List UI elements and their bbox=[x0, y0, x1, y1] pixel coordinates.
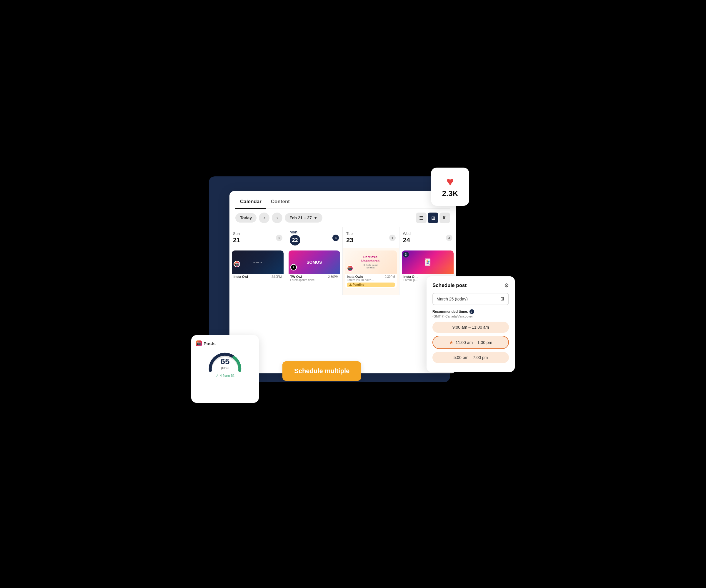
list-view-button[interactable]: ☰ bbox=[416, 213, 427, 223]
day-header-sun: Sun 21 1 bbox=[229, 227, 286, 248]
schedule-panel-title: Schedule post bbox=[432, 283, 467, 288]
post-desc-tue: Lorem ipsum dolre… bbox=[347, 279, 395, 282]
timezone-text: (GMT-7) Canada/Vancouver bbox=[432, 314, 509, 318]
day-number-sun: 21 bbox=[233, 237, 240, 244]
posts-widget: 📷 Posts 65 posts ↗ 4 from 61 bbox=[191, 335, 259, 403]
posts-widget-label: Posts bbox=[204, 341, 215, 346]
day-header-mon: Mon 22 3 bbox=[286, 227, 343, 248]
info-icon[interactable]: i bbox=[469, 309, 474, 314]
pending-badge: ⚠ Pending bbox=[347, 283, 395, 287]
post-info-mon: TW Owl 2:30PM Lorem ipsum dolre… bbox=[288, 274, 340, 283]
day-name-wed: Wed bbox=[403, 232, 411, 236]
heart-count: 2.3K bbox=[442, 189, 458, 198]
post-time-tue: 2:30PM bbox=[385, 275, 395, 279]
next-button[interactable]: › bbox=[272, 213, 282, 223]
calendar-cell-sun: SOMOS 📷 Insta Owl 2:30PM bbox=[229, 248, 286, 295]
gauge-container: 65 posts bbox=[206, 350, 244, 370]
schedule-multiple-button[interactable]: Schedule multiple bbox=[282, 361, 361, 381]
date-range-button[interactable]: Feb 21 – 27 ▼ bbox=[285, 213, 322, 222]
calendar-header: Calendar Content Today ‹ › Feb 21 – 27 ▼… bbox=[229, 191, 456, 223]
gear-icon[interactable]: ⚙ bbox=[504, 282, 509, 289]
date-input[interactable]: March 25 (today) 🗓 bbox=[432, 293, 509, 305]
post-card-tue-1[interactable]: Debt-free.Unbothered. It feels good.Be t… bbox=[345, 251, 397, 288]
calendar-cell-tue: Debt-free.Unbothered. It feels good.Be t… bbox=[343, 248, 399, 295]
day-header-wed: Wed 24 3 bbox=[399, 227, 456, 248]
twitter-overlay-mon: 𝕏 bbox=[290, 264, 297, 270]
main-calendar-card: Calendar Content Today ‹ › Feb 21 – 27 ▼… bbox=[229, 191, 456, 373]
post-title-tue: Insta Owls bbox=[347, 275, 363, 279]
heart-icon: ♥ bbox=[446, 175, 454, 188]
post-card-sun-1[interactable]: SOMOS 📷 Insta Owl 2:30PM bbox=[232, 251, 284, 280]
recommended-label: Recommended times i bbox=[432, 309, 509, 314]
prev-button[interactable]: ‹ bbox=[259, 213, 270, 223]
time-slot-0[interactable]: 9:00 am – 11:00 am bbox=[432, 322, 509, 333]
post-thumb-mon: SOMOS bbox=[288, 251, 340, 274]
day-badge-wed: 3 bbox=[446, 235, 453, 241]
tab-calendar[interactable]: Calendar bbox=[235, 196, 266, 209]
instagram-icon: 📷 bbox=[196, 340, 202, 346]
post-thumb-tue: Debt-free.Unbothered. It feels good.Be t… bbox=[345, 251, 397, 274]
post-desc-mon: Lorem ipsum dolre… bbox=[290, 279, 339, 282]
calendar-tabs: Calendar Content bbox=[235, 196, 450, 209]
day-name-tue: Tue bbox=[346, 232, 353, 236]
calendar-icon: 🗓 bbox=[500, 296, 505, 302]
calendar-day-headers: Sun 21 1 Mon 22 3 Tue 23 1 bbox=[229, 227, 456, 248]
time-slot-1[interactable]: ★ 11:00 am – 1:00 pm bbox=[432, 336, 509, 349]
three-badge-wed: 3 bbox=[403, 252, 409, 257]
instagram-overlay-sun: 📷 bbox=[234, 261, 240, 267]
post-time-mon: 2:30PM bbox=[328, 275, 338, 279]
view-buttons: ☰ ⊞ 🗓 bbox=[416, 213, 450, 223]
post-time-sun: 2:30PM bbox=[272, 275, 281, 279]
post-info-sun: Insta Owl 2:30PM bbox=[232, 274, 284, 280]
day-name-mon: Mon bbox=[290, 230, 300, 234]
gauge-sub: posts bbox=[221, 366, 229, 370]
posts-widget-header: 📷 Posts bbox=[196, 340, 215, 346]
post-title-sun: Insta Owl bbox=[234, 275, 248, 279]
day-number-tue: 23 bbox=[346, 237, 353, 244]
calendar-nav: Today ‹ › Feb 21 – 27 ▼ ☰ ⊞ 🗓 bbox=[235, 213, 450, 223]
post-thumb-wed: 🃏 bbox=[402, 251, 454, 274]
schedule-panel: Schedule post ⚙ March 25 (today) 🗓 Recom… bbox=[427, 276, 515, 372]
calendar-cells: SOMOS 📷 Insta Owl 2:30PM SOMOS bbox=[229, 248, 456, 295]
grid-view-button[interactable]: ⊞ bbox=[428, 213, 438, 223]
star-icon: ★ bbox=[449, 340, 453, 345]
post-title-wed: Insta O… bbox=[403, 275, 418, 279]
post-card-mon-1[interactable]: SOMOS 𝕏 TW Owl 2:30PM Lorem ipsum dolre… bbox=[288, 251, 340, 283]
instagram-overlay-tue: 📷 bbox=[347, 265, 353, 271]
day-header-tue: Tue 23 1 bbox=[343, 227, 399, 248]
cursor-hand: ☞ bbox=[336, 385, 346, 398]
gauge-number: 65 bbox=[220, 357, 229, 366]
day-name-sun: Sun bbox=[233, 232, 240, 236]
tab-content[interactable]: Content bbox=[266, 196, 295, 209]
post-title-mon: TW Owl bbox=[290, 275, 302, 279]
day-badge-mon: 3 bbox=[332, 235, 339, 241]
today-button[interactable]: Today bbox=[235, 213, 257, 222]
post-info-tue: Insta Owls 2:30PM Lorem ipsum dolre… ⚠ P… bbox=[345, 274, 397, 288]
heart-badge: ♥ 2.3K bbox=[431, 168, 469, 206]
month-view-button[interactable]: 🗓 bbox=[439, 213, 450, 223]
day-badge-tue: 1 bbox=[389, 235, 396, 241]
arrow-up-icon: ↗ bbox=[215, 373, 219, 378]
day-badge-sun: 1 bbox=[276, 235, 282, 241]
time-slot-2[interactable]: 5:00 pm – 7:00 pm bbox=[432, 352, 509, 363]
schedule-panel-header: Schedule post ⚙ bbox=[432, 282, 509, 289]
date-text: March 25 (today) bbox=[436, 297, 468, 301]
day-number-wed: 24 bbox=[403, 237, 411, 244]
day-number-mon: 22 bbox=[290, 235, 300, 246]
posts-from: ↗ 4 from 61 bbox=[215, 373, 235, 378]
calendar-cell-mon: SOMOS 𝕏 TW Owl 2:30PM Lorem ipsum dolre… bbox=[286, 248, 343, 295]
